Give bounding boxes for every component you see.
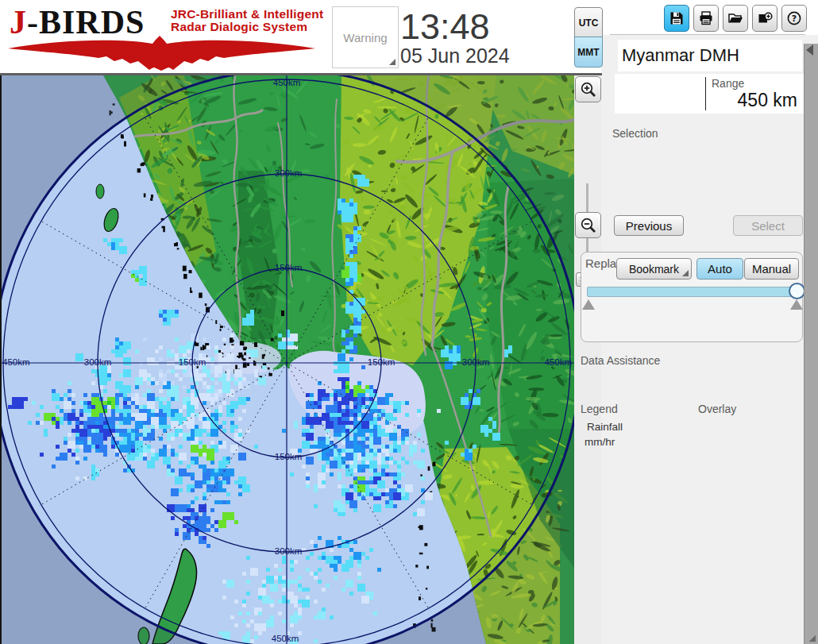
svg-text:150km: 150km [275, 452, 303, 461]
save-button[interactable] [664, 5, 689, 32]
utc-button[interactable]: UTC [574, 7, 603, 38]
help-button[interactable]: ? [781, 5, 807, 32]
data-assistance-label: Data Assistance [581, 354, 660, 367]
toolbar-divider [610, 34, 805, 35]
eagle-logo-icon [5, 35, 318, 71]
manual-button[interactable]: Manual [744, 258, 799, 280]
svg-text:300km: 300km [275, 546, 303, 556]
replay-slider-track[interactable] [587, 287, 800, 297]
svg-text:300km: 300km [275, 168, 303, 178]
svg-text:450km: 450km [272, 634, 299, 643]
range-label: Range [712, 77, 744, 90]
mmt-button[interactable]: MMT [574, 37, 603, 67]
panel-resize-strip[interactable] [804, 44, 818, 644]
replay-range-end-marker[interactable] [790, 299, 803, 310]
add-image-button[interactable] [752, 5, 777, 32]
toolbar: ? [664, 5, 807, 32]
open-folder-button[interactable] [723, 5, 748, 32]
radar-map-canvas: 150km150km150km150km300km300km300km300km… [0, 75, 574, 644]
clock-date: 05 Jun 2024 [400, 44, 510, 67]
svg-text:?: ? [792, 13, 797, 24]
open-folder-icon [727, 10, 743, 26]
previous-button[interactable]: Previous [614, 215, 684, 236]
station-name: Myanmar DMH [618, 40, 802, 71]
legend-unit-line1: Rainfall [587, 421, 623, 433]
bookmark-button[interactable]: Bookmark [616, 258, 692, 280]
clock-time: 13:48 [400, 6, 490, 48]
range-value: 450 km [683, 90, 797, 111]
zoom-in-icon [579, 80, 598, 99]
overlay-label: Overlay [698, 403, 736, 415]
radar-map[interactable]: 150km150km150km150km300km300km300km300km… [0, 75, 574, 644]
svg-text:450km: 450km [2, 357, 30, 367]
svg-text:300km: 300km [84, 357, 112, 367]
zoom-out-icon [579, 216, 598, 235]
legend-unit-line2: mm/hr [585, 436, 615, 448]
zoom-in-button[interactable] [575, 76, 601, 102]
help-icon: ? [786, 10, 802, 26]
add-image-icon [757, 10, 773, 26]
svg-text:300km: 300km [462, 357, 490, 367]
auto-button[interactable]: Auto [696, 258, 743, 280]
select-button[interactable]: Select [733, 215, 803, 236]
print-button[interactable] [693, 5, 719, 32]
replay-range-start-marker[interactable] [582, 299, 595, 310]
svg-text:450km: 450km [273, 78, 301, 87]
svg-text:150km: 150km [368, 357, 395, 367]
panel-collapse-icon[interactable] [806, 44, 813, 56]
selection-label: Selection [612, 127, 658, 140]
map-left-edge [0, 75, 2, 644]
save-icon [669, 10, 685, 26]
app-logo-subtitle: JRC-Brilliant & Intelligent Radar Dialog… [171, 8, 323, 34]
svg-text:150km: 150km [275, 263, 303, 272]
svg-text:150km: 150km [179, 357, 206, 367]
legend-label: Legend [581, 403, 618, 415]
replay-slider-thumb[interactable] [789, 283, 805, 299]
warning-button[interactable]: Warning [332, 6, 399, 68]
print-icon [698, 10, 714, 26]
svg-text:450km: 450km [544, 357, 572, 367]
zoom-out-button[interactable] [575, 212, 601, 238]
jbirds-window: J-BIRDS JRC-Brilliant & Intelligent Rada… [0, 0, 818, 644]
